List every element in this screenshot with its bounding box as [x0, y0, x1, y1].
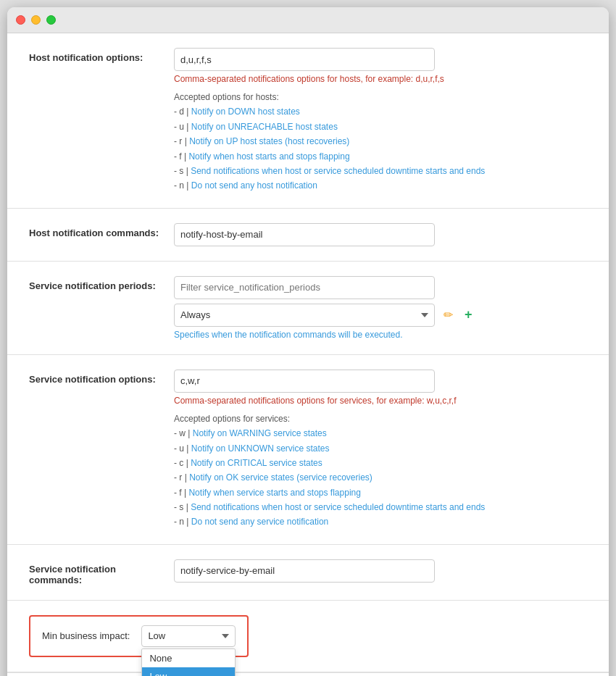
service-notification-options-list: Accepted options for services: - w | Not…: [174, 412, 587, 530]
service-option-c: - c | Notify on CRITICAL service states: [174, 458, 322, 468]
service-notification-options-section: Service notification options: Comma-sepa…: [7, 355, 609, 545]
form-content: Host notification options: Comma-separat…: [7, 33, 609, 676]
impact-dropdown: None Low Medium High Very High Critical: [141, 648, 236, 676]
service-notification-periods-select[interactable]: Always 24x7 workhours nonworkhours: [174, 304, 435, 327]
impact-option-none[interactable]: None: [142, 649, 235, 667]
host-notification-options-row: Host notification options: Comma-separat…: [29, 48, 587, 193]
impact-row: Min business impact: None Low Medium Hig…: [42, 625, 236, 647]
service-notification-periods-section: Service notification periods: Always 24x…: [7, 262, 609, 355]
service-notification-options-hint: Comma-separated notifications options fo…: [174, 396, 587, 406]
service-option-n: - n | Do not send any service notificati…: [174, 517, 328, 527]
service-option-f: - f | Notify when service starts and sto…: [174, 488, 361, 498]
impact-label: Min business impact:: [42, 630, 130, 641]
host-option-f: - f | Notify when host starts and stops …: [174, 151, 350, 162]
service-notification-periods-filter[interactable]: [174, 276, 435, 299]
impact-option-low[interactable]: Low: [142, 667, 235, 676]
main-window: Host notification options: Comma-separat…: [7, 7, 609, 676]
host-notification-options-input[interactable]: [174, 48, 435, 71]
service-option-u: - u | Notify on UNKNOWN service states: [174, 443, 330, 454]
host-notification-options-hint: Comma-separated notifications options fo…: [174, 74, 587, 84]
impact-select[interactable]: None Low Medium High Very High Critical: [141, 625, 236, 647]
accepted-options-host-label: Accepted options for hosts:: [174, 92, 279, 102]
service-notification-options-input[interactable]: [174, 370, 435, 393]
service-notification-periods-label: Service notification periods:: [29, 276, 159, 291]
service-notification-commands-section: Service notification commands:: [7, 545, 609, 601]
service-notification-periods-hint: Specifies when the notification commands…: [174, 330, 587, 340]
service-option-r: - r | Notify on OK service states (servi…: [174, 472, 372, 483]
host-notification-commands-row: Host notification commands:: [29, 223, 587, 246]
host-notification-options-section: Host notification options: Comma-separat…: [7, 33, 609, 209]
accepted-options-service-label: Accepted options for services:: [174, 414, 290, 424]
form-footer: Save And Add Another Save: [7, 672, 609, 676]
host-notification-options-list: Accepted options for hosts: - d | Notify…: [174, 90, 587, 193]
host-option-u: - u | Notify on UNREACHABLE host states: [174, 122, 338, 132]
service-option-w: - w | Notify on WARNING service states: [174, 428, 327, 438]
host-option-d: - d | Notify on DOWN host states: [174, 107, 300, 117]
service-notification-periods-row: Service notification periods: Always 24x…: [29, 276, 587, 340]
service-notification-periods-select-row: Always 24x7 workhours nonworkhours ✏ +: [174, 304, 587, 327]
service-notification-options-label: Service notification options:: [29, 370, 159, 385]
host-option-s: - s | Send notifications when host or se…: [174, 166, 485, 176]
edit-period-button[interactable]: ✏: [441, 306, 456, 323]
host-notification-options-content: Comma-separated notifications options fo…: [174, 48, 587, 193]
service-notification-commands-input[interactable]: [174, 559, 435, 583]
host-notification-options-label: Host notification options:: [29, 48, 159, 63]
service-notification-commands-row: Service notification commands:: [29, 559, 587, 585]
impact-wrapper: Min business impact: None Low Medium Hig…: [29, 615, 249, 657]
host-option-n: - n | Do not send any host notification: [174, 180, 317, 191]
host-notification-commands-input[interactable]: [174, 223, 435, 246]
add-period-button[interactable]: +: [462, 306, 475, 324]
maximize-button[interactable]: [46, 15, 56, 25]
impact-select-wrap: None Low Medium High Very High Critical …: [141, 625, 236, 647]
minimize-button[interactable]: [31, 15, 41, 25]
service-notification-options-content: Comma-separated notifications options fo…: [174, 370, 587, 530]
host-notification-commands-section: Host notification commands:: [7, 209, 609, 262]
min-business-impact-section: Min business impact: None Low Medium Hig…: [7, 601, 609, 672]
service-option-s: - s | Send notifications when host or se…: [174, 502, 485, 512]
service-notification-commands-label: Service notification commands:: [29, 559, 159, 585]
titlebar: [7, 7, 609, 33]
host-notification-commands-content: [174, 223, 587, 246]
service-notification-commands-content: [174, 559, 587, 583]
host-option-r: - r | Notify on UP host states (host rec…: [174, 136, 349, 146]
service-notification-options-row: Service notification options: Comma-sepa…: [29, 370, 587, 530]
close-button[interactable]: [16, 15, 25, 25]
host-notification-commands-label: Host notification commands:: [29, 223, 159, 238]
service-notification-periods-content: Always 24x7 workhours nonworkhours ✏ + S…: [174, 276, 587, 340]
